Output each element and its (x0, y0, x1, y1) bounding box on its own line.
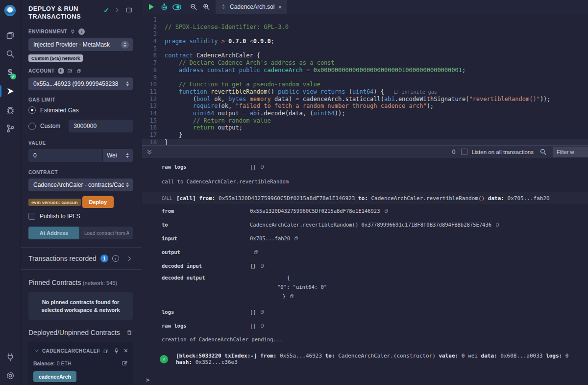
search-icon (5, 49, 15, 59)
code-line[interactable]: 15 // Return random value (142, 117, 588, 125)
code-line[interactable]: 12 (bool ok, bytes memory data) = cadenc… (142, 96, 588, 103)
code-line[interactable]: 18} (142, 139, 588, 145)
copy-icon[interactable] (495, 222, 500, 228)
code-line[interactable]: 2// SPDX-License-Identifier: GPL-3.0 (142, 24, 588, 31)
deploy-button[interactable]: Deploy (82, 196, 114, 208)
copy-address-icon[interactable] (102, 348, 109, 354)
sidebar-item-source-control[interactable] (0, 119, 21, 138)
sidebar-item-deploy-and-run[interactable] (0, 82, 21, 101)
custom-gas-input[interactable]: 3000000 (69, 120, 133, 132)
close-tab-icon[interactable]: × (278, 4, 282, 10)
code-editor[interactable]: 12// SPDX-License-Identifier: GPL-3.034p… (142, 14, 588, 145)
pin-panel-icon[interactable] (125, 6, 133, 14)
code-line[interactable]: 13 require(ok, "failed to fetch a random… (142, 103, 588, 110)
copilot-toggle[interactable] (171, 0, 183, 14)
line-number: 18 (142, 139, 165, 145)
remove-contract-icon[interactable]: × (124, 347, 128, 354)
plug-mini-icon[interactable] (70, 29, 75, 34)
block-success-row[interactable]: ✓ [block:5033220 txIndex:-] from: 0x55a.… (142, 353, 588, 365)
code-line[interactable]: 14 uint64 output = abi.decode(data, (uin… (142, 110, 588, 117)
zoom-out-button[interactable] (187, 0, 200, 14)
edit-balance-icon[interactable] (122, 360, 128, 366)
account-label: ACCOUNT + (28, 68, 133, 74)
zoom-in-button[interactable] (200, 0, 213, 14)
ai-assistant-button[interactable] (158, 0, 171, 14)
solidity-file-icon (220, 3, 226, 10)
code-line[interactable]: 11 function revertibleRandom() public vi… (142, 88, 588, 96)
code-line[interactable]: 8 address constant public cadenceArch = … (142, 67, 588, 74)
estimated-gas-option[interactable]: Estimated Gas (28, 106, 133, 114)
code-line[interactable]: 6contract CadenceArchCaler { (142, 52, 588, 59)
terminal-filter-input[interactable] (553, 147, 588, 157)
terminal[interactable]: raw logs [] call to CadenceArchCaler.rev… (142, 158, 588, 385)
sidebar-item-debugger[interactable] (0, 101, 21, 119)
contract-select[interactable]: CadenceArchCaler - contracts/Cac (28, 179, 133, 191)
sidebar-item-search[interactable] (0, 45, 21, 63)
transactions-recorded-row[interactable]: Transactions recorded 1 i (21, 248, 142, 269)
environment-info-icon[interactable]: i (78, 28, 85, 35)
edit-account-icon[interactable] (67, 68, 73, 74)
chevron-down-icon[interactable] (33, 348, 39, 354)
balance-label: Balance: (33, 360, 55, 366)
line-number: 1 (142, 16, 165, 24)
trash-icon[interactable] (126, 329, 133, 336)
remix-logo-icon[interactable] (3, 4, 17, 17)
value-unit-select[interactable]: Wei (102, 149, 133, 162)
code-text: (bool ok, bytes memory data) = cadenceAr… (165, 96, 551, 103)
code-line[interactable]: 10 // Function to get a pseudo-random va… (142, 81, 588, 88)
copy-icon[interactable] (260, 164, 265, 170)
expand-chevron-icon[interactable] (126, 256, 133, 262)
listen-all-checkbox[interactable] (461, 149, 467, 155)
network-badge: Custom (545) network (28, 54, 83, 62)
sidebar-item-plugin-manager[interactable] (0, 348, 21, 366)
custom-gas-option[interactable]: Custom 3000000 (28, 120, 133, 132)
deployed-contract-card: CADENCEARCHCALER AT 0) × Balance: 0 ETH … (28, 342, 133, 385)
code-line[interactable]: 4pragma solidity >=0.7.0 <0.9.0; (142, 38, 588, 45)
publish-ipfs-checkbox[interactable] (28, 213, 35, 220)
code-line[interactable]: 1 (142, 16, 588, 24)
publish-ipfs-option[interactable]: Publish to IPFS (28, 213, 133, 220)
terminal-search-icon[interactable] (539, 148, 547, 155)
chevron-right-icon[interactable] (114, 7, 121, 13)
table-row: decoded input {} (142, 259, 588, 273)
radio-estimated-gas[interactable] (28, 106, 36, 114)
tab-cadencearch-sol[interactable]: CadenceArch.sol × (216, 0, 287, 14)
terminal-prompt[interactable]: > (142, 377, 588, 384)
collapse-terminal-icon[interactable] (146, 149, 153, 155)
code-text: address constant public cadenceArch = 0x… (165, 67, 466, 74)
code-line[interactable]: 17 } (142, 131, 588, 139)
sidebar-item-settings[interactable] (0, 366, 21, 385)
pin-contract-icon[interactable] (113, 348, 120, 354)
copy-icon[interactable] (253, 249, 259, 255)
copy-icon[interactable] (384, 208, 389, 214)
copy-icon[interactable] (294, 235, 299, 241)
environment-select[interactable]: Injected Provider - MetaMask (28, 38, 133, 51)
contract-label: CONTRACT (28, 170, 133, 175)
code-line[interactable]: 16 return output; (142, 124, 588, 131)
copy-icon[interactable] (289, 293, 294, 299)
call-log-row[interactable]: CALL [call] from: 0x55a1320D432759960C5D… (142, 192, 588, 204)
tx-info-icon[interactable]: i (112, 255, 119, 262)
select-stepper-icon (126, 81, 129, 86)
value-input[interactable]: 0 (28, 149, 102, 162)
function-button-cadencearch[interactable]: cadenceArch (33, 371, 76, 382)
code-line[interactable]: 5 (142, 45, 588, 52)
code-text: pragma solidity >=0.7.0 <0.9.0; (165, 38, 274, 45)
listen-all-option[interactable]: Listen on all transactions (461, 149, 534, 155)
add-account-icon[interactable]: + (58, 68, 64, 74)
code-line[interactable]: 3 (142, 30, 588, 38)
sidebar-item-file-explorer[interactable] (0, 26, 21, 45)
code-line[interactable]: 9 (142, 74, 588, 81)
table-row: input 0x705...fab20 (142, 231, 588, 245)
code-line[interactable]: 7 // Declare Cadence Arch's address as a… (142, 59, 588, 67)
copy-account-icon[interactable] (76, 68, 82, 74)
account-select[interactable]: 0x55a...46923 (999.9999453238 (28, 77, 133, 90)
run-script-button[interactable] (145, 0, 158, 14)
at-address-button[interactable]: At Address (28, 227, 79, 239)
sidebar-item-solidity-compiler[interactable]: S ✓ (0, 63, 21, 82)
copy-icon[interactable] (260, 263, 265, 269)
at-address-input[interactable] (80, 227, 133, 239)
copy-icon[interactable] (260, 309, 265, 315)
radio-custom-gas[interactable] (28, 123, 36, 130)
copy-icon[interactable] (260, 323, 265, 329)
